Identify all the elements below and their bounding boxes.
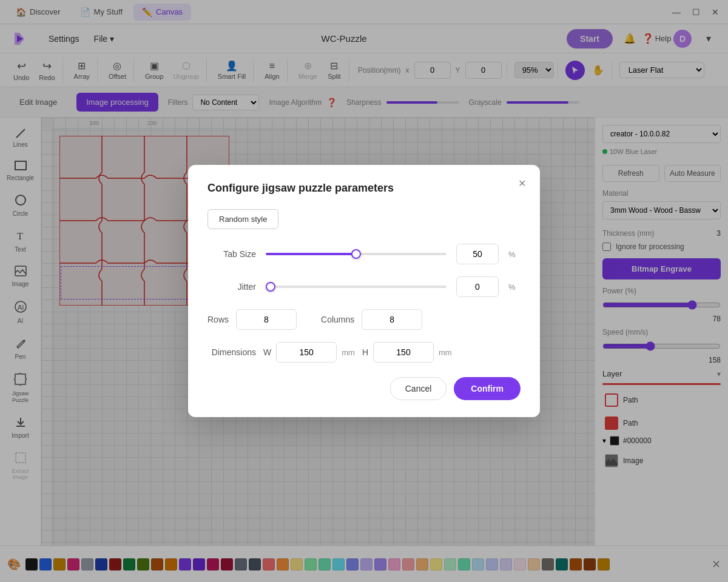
rows-input[interactable] (236, 309, 297, 330)
jitter-row: Jitter % (207, 276, 521, 297)
width-group: W mm (263, 342, 355, 363)
cols-group: Columns (321, 309, 422, 330)
rows-cols-row: Rows Columns (207, 309, 521, 330)
cols-input[interactable] (362, 309, 422, 330)
random-style-button[interactable]: Random style (207, 209, 278, 229)
height-group: H mm (362, 342, 452, 363)
dimensions-row: Dimensions W mm H mm (207, 342, 521, 363)
tab-size-label: Tab Size (207, 249, 256, 259)
tab-size-row: Tab Size % (207, 244, 521, 264)
modal-close-button[interactable]: ✕ (513, 175, 530, 192)
width-input[interactable] (276, 342, 337, 363)
jitter-slider[interactable] (266, 286, 447, 288)
tab-size-slider[interactable] (266, 253, 447, 255)
cancel-button[interactable]: Cancel (390, 377, 447, 400)
confirm-button[interactable]: Confirm (454, 377, 521, 400)
jitter-label: Jitter (207, 282, 256, 292)
rows-group: Rows (207, 309, 297, 330)
modal-title: Configure jigsaw puzzle parameters (207, 182, 521, 195)
tab-size-input[interactable] (456, 244, 499, 264)
modal-overlay: Configure jigsaw puzzle parameters ✕ Ran… (0, 0, 728, 582)
height-input[interactable] (373, 342, 434, 363)
jitter-input[interactable] (456, 276, 499, 297)
modal-dialog: Configure jigsaw puzzle parameters ✕ Ran… (188, 165, 540, 417)
modal-actions: Cancel Confirm (207, 377, 521, 400)
